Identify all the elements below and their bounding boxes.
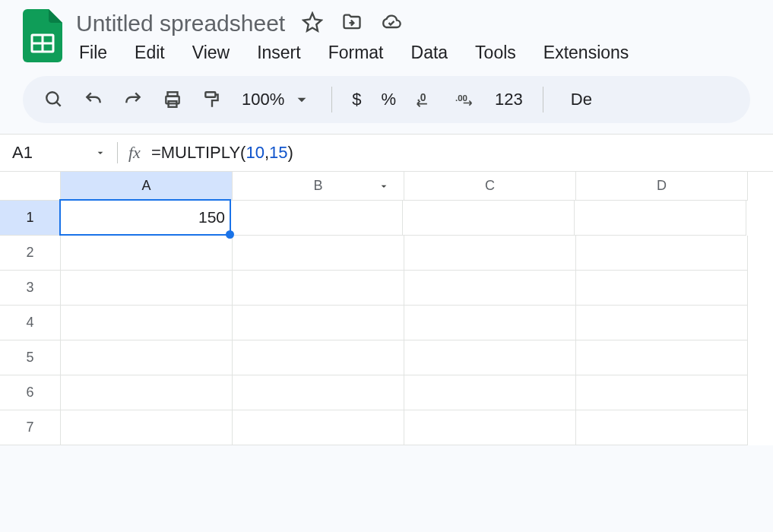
currency-button[interactable]: $ <box>352 90 361 109</box>
divider <box>117 142 118 163</box>
menu-tools[interactable]: Tools <box>472 41 519 65</box>
col-header-b[interactable]: B <box>233 172 404 201</box>
cell-a5[interactable] <box>61 340 233 375</box>
cell-c7[interactable] <box>404 410 576 445</box>
divider <box>331 87 332 112</box>
spreadsheet-grid: A B C D 1 150 2 3 4 5 6 <box>0 172 773 445</box>
row-header-6[interactable]: 6 <box>0 375 61 410</box>
col-header-d[interactable]: D <box>576 172 748 201</box>
name-box[interactable]: A1 <box>8 143 106 163</box>
cell-d1[interactable] <box>575 201 746 236</box>
col-header-a[interactable]: A <box>61 172 233 201</box>
cell-c1[interactable] <box>403 201 575 236</box>
cell-c5[interactable] <box>404 340 576 375</box>
cloud-status-icon[interactable] <box>381 11 402 36</box>
paint-format-icon[interactable] <box>202 90 222 109</box>
name-box-value: A1 <box>12 143 33 163</box>
cell-b6[interactable] <box>233 375 404 410</box>
chevron-down-icon <box>378 180 390 192</box>
menu-format[interactable]: Format <box>325 41 387 65</box>
cell-b5[interactable] <box>233 340 404 375</box>
star-icon[interactable] <box>302 11 323 36</box>
svg-text:.0: .0 <box>417 91 426 103</box>
toolbar: 100% $ % .0 .00 123 De <box>23 76 750 123</box>
cell-c6[interactable] <box>404 375 576 410</box>
sheets-logo-icon[interactable] <box>23 9 62 65</box>
app-header: Untitled spreadsheet File Edit View Inse… <box>0 0 773 65</box>
cell-a6[interactable] <box>61 375 233 410</box>
cell-b3[interactable] <box>233 271 404 306</box>
chevron-down-icon <box>94 147 106 159</box>
cell-c2[interactable] <box>404 236 576 271</box>
cell-a1[interactable]: 150 <box>59 199 231 236</box>
cell-d6[interactable] <box>576 375 748 410</box>
col-header-c[interactable]: C <box>404 172 576 201</box>
chevron-down-icon <box>292 90 312 109</box>
move-folder-icon[interactable] <box>341 11 363 36</box>
cell-c4[interactable] <box>404 306 576 340</box>
svg-text:.00: .00 <box>455 93 467 103</box>
formula-row: A1 fx =MULTIPLY(10,15) <box>0 134 773 172</box>
percent-button[interactable]: % <box>382 90 397 109</box>
search-icon[interactable] <box>44 90 64 109</box>
menu-data[interactable]: Data <box>408 41 451 65</box>
menubar: File Edit View Insert Format Data Tools … <box>76 41 632 65</box>
row-header-4[interactable]: 4 <box>0 306 61 340</box>
document-title[interactable]: Untitled spreadsheet <box>76 11 285 36</box>
increase-decimal-button[interactable]: .00 <box>455 90 475 109</box>
cell-b1[interactable] <box>231 201 403 236</box>
row-header-3[interactable]: 3 <box>0 271 61 306</box>
redo-icon[interactable] <box>123 90 143 109</box>
menu-edit[interactable]: Edit <box>131 41 168 65</box>
cell-a2[interactable] <box>61 236 233 271</box>
svg-rect-8 <box>205 92 215 97</box>
cell-a3[interactable] <box>61 271 233 306</box>
decrease-decimal-button[interactable]: .0 <box>416 90 436 109</box>
cell-a7[interactable] <box>61 410 233 445</box>
fx-icon: fx <box>128 143 141 163</box>
divider <box>543 87 543 112</box>
cell-b7[interactable] <box>233 410 404 445</box>
cell-b4[interactable] <box>233 306 404 340</box>
cell-c3[interactable] <box>404 271 576 306</box>
cell-a4[interactable] <box>61 306 233 340</box>
zoom-dropdown[interactable]: 100% <box>242 90 312 109</box>
cell-d4[interactable] <box>576 306 748 340</box>
row-header-5[interactable]: 5 <box>0 340 61 375</box>
row-header-2[interactable]: 2 <box>0 236 61 271</box>
cell-d7[interactable] <box>576 410 748 445</box>
zoom-value: 100% <box>242 90 284 109</box>
menu-view[interactable]: View <box>189 41 233 65</box>
menu-file[interactable]: File <box>76 41 110 65</box>
cell-d2[interactable] <box>576 236 748 271</box>
print-icon[interactable] <box>163 90 182 109</box>
select-all-corner[interactable] <box>0 172 61 201</box>
menu-extensions[interactable]: Extensions <box>540 41 632 65</box>
svg-point-3 <box>46 92 58 103</box>
row-header-1[interactable]: 1 <box>0 201 61 236</box>
menu-insert[interactable]: Insert <box>254 41 304 65</box>
undo-icon[interactable] <box>84 90 103 109</box>
number-format-button[interactable]: 123 <box>495 90 523 109</box>
cell-d5[interactable] <box>576 340 748 375</box>
cell-b2[interactable] <box>233 236 404 271</box>
row-header-7[interactable]: 7 <box>0 410 61 445</box>
formula-bar[interactable]: =MULTIPLY(10,15) <box>151 143 293 163</box>
cell-d3[interactable] <box>576 271 748 306</box>
svg-line-4 <box>56 102 60 106</box>
font-dropdown[interactable]: De <box>571 90 592 109</box>
